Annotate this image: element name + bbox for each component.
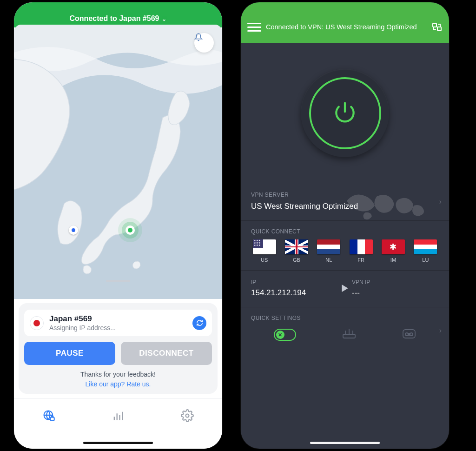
- disconnect-button[interactable]: DISCONNECT: [121, 342, 212, 365]
- chevron-right-icon: ›: [439, 198, 442, 206]
- bell-icon: [194, 33, 203, 41]
- ip-section: IP 154.21.212.194 VPN IP ---: [241, 270, 449, 307]
- quick-connect-lu[interactable]: LU: [412, 239, 439, 263]
- ip-arrow-icon: [338, 285, 352, 292]
- server-map[interactable]: [14, 25, 222, 299]
- vpn-server-name: US West Streaming Optimized: [251, 202, 439, 211]
- map-svg: [14, 25, 222, 299]
- quick-connect-gb[interactable]: GB: [283, 239, 310, 263]
- vpn-ip-label: VPN IP: [352, 279, 439, 285]
- vpn-ip-value: ---: [352, 288, 439, 298]
- server-status: Assigning IP address...: [49, 324, 187, 332]
- quick-connect-section: QUICK CONNECT USGBNLFRIMLU: [241, 220, 449, 270]
- connection-status-text: Connected to Japan #569: [70, 14, 159, 23]
- quick-connect-label: IM: [380, 257, 406, 263]
- quick-connect-nl[interactable]: NL: [316, 239, 342, 263]
- quick-settings-label: QUICK SETTINGS: [251, 315, 439, 321]
- server-row[interactable]: Japan #569 Assigning IP address...: [24, 310, 212, 336]
- chevron-right-icon[interactable]: ›: [439, 326, 442, 335]
- connection-status-text: Connected to VPN: US West Streaming Opti…: [266, 23, 427, 31]
- quick-connect-label: LU: [412, 257, 439, 263]
- map-pin-korea[interactable]: [69, 226, 78, 235]
- vpn-server-section[interactable]: VPN SERVER US West Streaming Optimized ›: [241, 183, 449, 220]
- globe-lock-icon: [42, 409, 55, 422]
- power-section: [241, 43, 449, 183]
- gear-icon: [181, 409, 194, 422]
- nav-settings[interactable]: [181, 409, 194, 424]
- svg-rect-2: [50, 418, 54, 421]
- killswitch-toggle[interactable]: [274, 329, 296, 341]
- bottom-nav: [14, 398, 222, 449]
- flag-lu-icon: [414, 239, 437, 254]
- refresh-button[interactable]: [192, 316, 206, 330]
- nordvpn-screen: Connected to Japan #569 ⌄: [14, 2, 222, 449]
- feedback-line1: Thanks for your feedback!: [24, 370, 212, 379]
- flag-us-icon: [253, 239, 276, 254]
- flag-gb-icon: [285, 239, 308, 254]
- map-pin-japan-active[interactable]: [126, 226, 135, 235]
- notifications-button[interactable]: [194, 33, 214, 53]
- pia-header: Connected to VPN: US West Streaming Opti…: [241, 2, 449, 43]
- svg-point-10: [410, 333, 413, 336]
- svg-rect-5: [437, 27, 441, 31]
- quick-connect-label: GB: [283, 257, 310, 263]
- quick-connect-us[interactable]: US: [251, 239, 278, 263]
- connection-card: Japan #569 Assigning IP address... PAUSE…: [19, 303, 218, 394]
- svg-point-3: [186, 414, 189, 418]
- refresh-icon: [196, 319, 203, 326]
- swap-icon[interactable]: [431, 21, 443, 33]
- power-button[interactable]: [301, 69, 389, 157]
- quick-connect-label: FR: [348, 257, 374, 263]
- svg-rect-6: [343, 334, 355, 338]
- nav-stats[interactable]: [112, 409, 125, 424]
- quick-connect-label: NL: [316, 257, 342, 263]
- privacy-icon[interactable]: [402, 328, 416, 342]
- menu-button[interactable]: [247, 23, 261, 32]
- home-indicator[interactable]: [310, 442, 380, 444]
- network-icon[interactable]: [341, 328, 357, 342]
- home-indicator[interactable]: [83, 442, 153, 444]
- connection-status-header[interactable]: Connected to Japan #569 ⌄: [14, 2, 222, 27]
- ip-label: IP: [251, 279, 338, 285]
- vpn-server-label: VPN SERVER: [251, 192, 439, 198]
- bars-icon: [112, 409, 125, 422]
- server-name: Japan #569: [49, 314, 187, 324]
- svg-rect-4: [433, 23, 436, 27]
- pause-button[interactable]: PAUSE: [24, 342, 115, 365]
- quick-connect-label: US: [251, 257, 278, 263]
- chevron-down-icon: ⌄: [162, 16, 166, 22]
- quick-settings-section: › QUICK SETTINGS: [241, 307, 449, 354]
- ip-value: 154.21.212.194: [251, 288, 338, 298]
- quick-connect-label: QUICK CONNECT: [251, 228, 439, 235]
- rate-us-link[interactable]: Like our app? Rate us.: [24, 379, 212, 389]
- quick-connect-fr[interactable]: FR: [348, 239, 374, 263]
- svg-point-9: [405, 333, 408, 336]
- power-icon: [330, 98, 360, 128]
- feedback-text: Thanks for your feedback! Like our app? …: [24, 370, 212, 389]
- japan-flag-icon: [30, 316, 44, 330]
- pia-screen: Connected to VPN: US West Streaming Opti…: [241, 2, 449, 449]
- flag-im-icon: [382, 239, 405, 254]
- nav-home[interactable]: [42, 409, 55, 424]
- quick-connect-im[interactable]: IM: [380, 239, 406, 263]
- drag-handle[interactable]: [106, 280, 130, 282]
- flag-nl-icon: [317, 239, 340, 254]
- flag-fr-icon: [350, 239, 373, 254]
